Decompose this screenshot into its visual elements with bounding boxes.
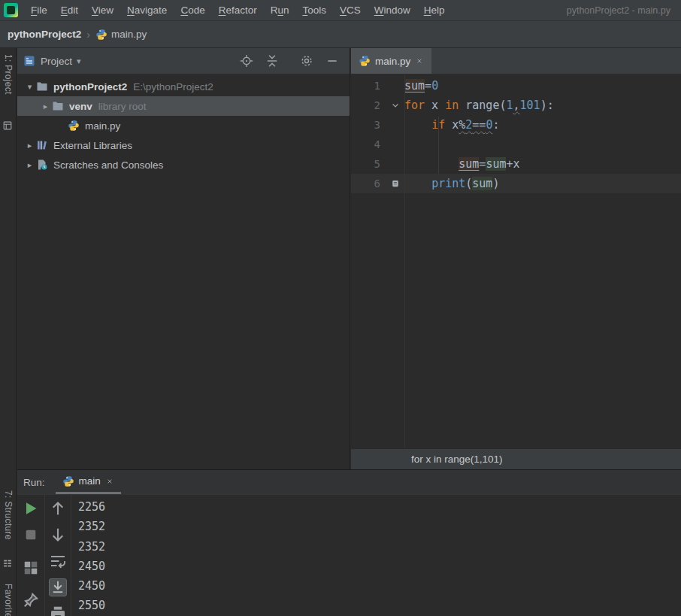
tool-window-icon[interactable] (2, 120, 14, 132)
scratches-icon (36, 159, 48, 171)
run-toolbar-secondary (45, 495, 71, 616)
menu-refactor[interactable]: Refactor (212, 2, 264, 18)
stop-icon[interactable] (22, 526, 40, 544)
stripe-project-tab[interactable]: 1: Project (3, 54, 14, 95)
close-icon[interactable] (105, 477, 114, 486)
tree-item-scratches-and-consoles[interactable]: ▸Scratches and Consoles (17, 155, 350, 174)
crosshair-icon[interactable] (240, 54, 253, 68)
breadcrumb-file[interactable]: main.py (111, 29, 147, 40)
code-lines: 1sum=02for x in range(1,101):3 if x%2==0… (351, 74, 681, 193)
rerun-icon[interactable] (22, 499, 40, 517)
tree-item-venv[interactable]: ▸venvlibrary root (17, 96, 350, 116)
code-line-6[interactable]: 6 print(sum) (351, 174, 681, 193)
menu-tools[interactable]: Tools (295, 2, 333, 18)
line-number[interactable]: 4 (351, 138, 386, 150)
pin-icon[interactable] (22, 591, 40, 609)
menu-run[interactable]: Run (264, 2, 296, 18)
menu-items: FileEditViewNavigateCodeRefactorRunTools… (24, 2, 452, 18)
run-console[interactable]: 225623522352245024502550 (71, 495, 681, 616)
restore-layout-icon[interactable] (22, 559, 40, 577)
tree-item-suffix: E:\pythonProject2 (133, 81, 213, 93)
code-line-2[interactable]: 2for x in range(1,101): (351, 96, 681, 115)
stripe-favorites-tab[interactable]: Favorites (3, 584, 14, 616)
code-line-4[interactable]: 4 (351, 135, 681, 154)
up-arrow-icon[interactable] (49, 499, 67, 517)
code-text: print(sum) (404, 174, 499, 193)
left-tool-stripe: 1: Project 7: Structure Favorites (0, 48, 17, 616)
console-line: 2352 (78, 537, 681, 557)
run-tab-main[interactable]: main (56, 470, 121, 494)
gutter-separator (404, 74, 405, 448)
project-tool-icon (23, 55, 35, 67)
collapse-all-icon[interactable] (265, 54, 279, 68)
tree-item-pythonproject2[interactable]: ▾pythonProject2E:\pythonProject2 (17, 77, 350, 96)
chevron-down-icon[interactable]: ▾ (77, 56, 81, 66)
stripe-structure-tab[interactable]: 7: Structure (3, 490, 14, 540)
editor-context-bar: for x in range(1,101) (351, 448, 681, 469)
close-icon[interactable] (415, 56, 424, 65)
line-marker-icon[interactable] (386, 179, 404, 188)
navigation-bar: pythonProject2 › main.py (0, 21, 681, 48)
python-icon (95, 29, 107, 41)
line-number[interactable]: 6 (351, 178, 386, 190)
gear-icon[interactable] (300, 54, 313, 68)
chevron-right-icon[interactable]: ▸ (39, 102, 52, 111)
chevron-right-icon[interactable]: ▸ (23, 160, 36, 170)
down-arrow-icon[interactable] (49, 526, 67, 544)
minimize-icon[interactable] (325, 54, 339, 68)
run-panel-header: Run: main (17, 470, 681, 495)
menu-window[interactable]: Window (368, 2, 417, 18)
libraries-icon (36, 139, 48, 151)
python-icon (62, 475, 74, 487)
folder-icon (52, 100, 64, 112)
tree-item-label: main.py (85, 120, 120, 132)
run-panel-body: 225623522352245024502550 (17, 495, 681, 616)
project-panel-header: Project ▾ (17, 48, 350, 74)
console-line: 2450 (78, 557, 681, 576)
line-number[interactable]: 3 (351, 119, 386, 131)
editor-body[interactable]: 1sum=02for x in range(1,101):3 if x%2==0… (351, 74, 681, 448)
project-panel-actions (240, 54, 339, 68)
console-line: 2256 (78, 497, 681, 517)
run-toolbar-primary (17, 495, 45, 616)
line-number[interactable]: 1 (351, 80, 386, 92)
menu-navigate[interactable]: Navigate (120, 2, 174, 18)
code-line-5[interactable]: 5 sum=sum+x (351, 154, 681, 174)
printer-icon[interactable] (49, 605, 67, 616)
context-bar-text: for x in range(1,101) (411, 454, 503, 465)
python-icon (68, 120, 80, 132)
tree-item-main-py[interactable]: main.py (17, 116, 350, 135)
breadcrumb-project[interactable]: pythonProject2 (8, 29, 81, 40)
menu-help[interactable]: Help (417, 2, 452, 18)
run-tab-label: main (79, 475, 101, 487)
scroll-end-icon[interactable] (49, 578, 67, 596)
line-number[interactable]: 2 (351, 99, 386, 111)
folder-icon (36, 80, 48, 93)
console-line: 2450 (78, 576, 681, 596)
menu-file[interactable]: File (24, 2, 54, 18)
grid-icon[interactable] (2, 558, 14, 570)
project-tree: ▾pythonProject2E:\pythonProject2▸venvlib… (17, 74, 350, 174)
menu-edit[interactable]: Edit (54, 2, 85, 18)
tree-item-label: pythonProject2 (53, 81, 127, 93)
menu-code[interactable]: Code (174, 2, 211, 18)
menu-vcs[interactable]: VCS (333, 2, 368, 18)
menu-bar: FileEditViewNavigateCodeRefactorRunTools… (0, 0, 681, 21)
code-text: sum=sum+x (404, 154, 520, 174)
code-line-1[interactable]: 1sum=0 (351, 76, 681, 96)
tree-item-label: Scratches and Consoles (53, 159, 163, 171)
project-panel-title[interactable]: Project (41, 56, 72, 67)
chevron-down-icon[interactable]: ▾ (23, 82, 36, 92)
tree-item-label: External Libraries (53, 140, 132, 151)
soft-wrap-icon[interactable] (49, 552, 67, 570)
fold-down-icon[interactable] (386, 101, 404, 110)
menu-view[interactable]: View (85, 2, 120, 18)
code-line-3[interactable]: 3 if x%2==0: (351, 115, 681, 135)
editor-tab-bar: main.py (351, 48, 681, 74)
tree-item-label: venv (69, 101, 92, 112)
chevron-right-icon[interactable]: ▸ (23, 141, 36, 150)
line-number[interactable]: 5 (351, 158, 386, 170)
tree-item-external-libraries[interactable]: ▸External Libraries (17, 135, 350, 155)
editor-tab-mainpy[interactable]: main.py (351, 48, 431, 74)
run-tool-window: Run: main 225623522352245024502550 (17, 469, 681, 616)
